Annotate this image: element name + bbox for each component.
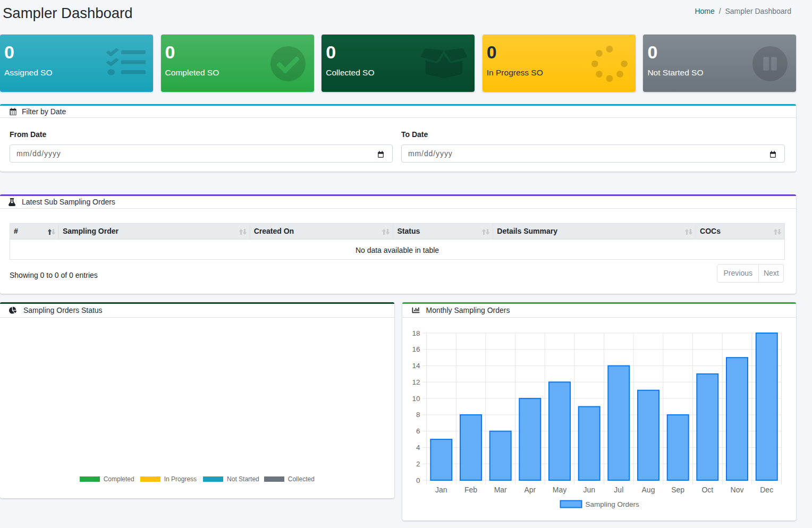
- svg-text:Feb: Feb: [464, 486, 477, 494]
- svg-text:Jun: Jun: [583, 486, 595, 494]
- svg-text:Jul: Jul: [614, 486, 623, 494]
- svg-text:Sampling Orders: Sampling Orders: [585, 500, 639, 508]
- svg-text:14: 14: [412, 362, 420, 370]
- svg-text:Nov: Nov: [730, 486, 743, 494]
- svg-text:16: 16: [412, 345, 420, 353]
- svg-text:18: 18: [412, 329, 420, 337]
- svg-text:10: 10: [412, 395, 420, 403]
- svg-text:8: 8: [416, 411, 420, 419]
- svg-text:0: 0: [416, 476, 420, 484]
- svg-text:6: 6: [416, 427, 420, 435]
- svg-text:12: 12: [412, 378, 420, 386]
- svg-text:Oct: Oct: [701, 486, 713, 494]
- svg-text:Dec: Dec: [760, 486, 773, 494]
- svg-text:Aug: Aug: [641, 486, 655, 494]
- svg-text:Jan: Jan: [435, 486, 447, 494]
- svg-text:May: May: [552, 486, 566, 494]
- svg-text:Mar: Mar: [494, 486, 506, 494]
- svg-text:4: 4: [416, 444, 420, 452]
- svg-text:2: 2: [416, 460, 420, 468]
- svg-text:Apr: Apr: [524, 486, 536, 494]
- svg-text:Sep: Sep: [671, 486, 684, 494]
